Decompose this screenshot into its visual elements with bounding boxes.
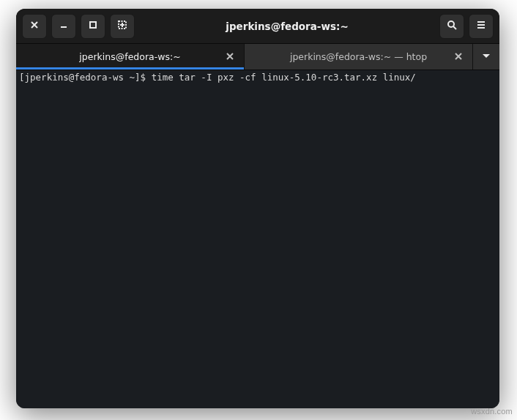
maximize-button[interactable]: [81, 14, 105, 39]
shell-command: time tar -I pxz -cf linux-5.10-rc3.tar.x…: [152, 72, 416, 83]
shell-prompt: [jperkins@fedora-ws ~]$: [19, 72, 152, 83]
new-tab-icon: [116, 19, 128, 34]
tab-close-button[interactable]: [452, 50, 465, 64]
tab-bar: jperkins@fedora-ws:~ jperkins@fedora-ws:…: [16, 44, 499, 70]
minimize-icon: [58, 19, 70, 34]
hamburger-menu-icon: [475, 19, 487, 34]
tab-close-button[interactable]: [223, 50, 237, 64]
terminal-window: jperkins@fedora-ws:~ jperkins@fedora-ws:…: [16, 9, 499, 408]
search-icon: [446, 19, 458, 34]
close-icon: [455, 51, 462, 62]
tab-label: jperkins@fedora-ws:~ — htop: [290, 51, 427, 62]
titlebar-left-controls: [22, 14, 135, 39]
minimize-button[interactable]: [51, 14, 76, 39]
titlebar-right-controls: [439, 14, 494, 39]
close-button[interactable]: [22, 14, 47, 39]
new-tab-button[interactable]: [110, 14, 135, 39]
close-icon: [29, 19, 40, 34]
tab-dropdown-button[interactable]: [473, 44, 499, 70]
window-title: jperkins@fedora-ws:~: [138, 20, 436, 32]
search-button[interactable]: [439, 14, 464, 39]
watermark: wsxdn.com: [471, 407, 513, 416]
tab-terminal-2[interactable]: jperkins@fedora-ws:~ — htop: [245, 44, 473, 70]
chevron-down-icon: [481, 50, 491, 64]
svg-rect-0: [90, 22, 96, 28]
titlebar: jperkins@fedora-ws:~: [16, 9, 499, 44]
tab-label: jperkins@fedora-ws:~: [79, 51, 180, 62]
terminal-content[interactable]: [jperkins@fedora-ws ~]$ time tar -I pxz …: [16, 70, 499, 408]
maximize-icon: [87, 19, 99, 34]
tab-terminal-1[interactable]: jperkins@fedora-ws:~: [16, 44, 245, 70]
close-icon: [226, 51, 234, 62]
svg-point-2: [448, 21, 454, 27]
menu-button[interactable]: [469, 14, 494, 39]
